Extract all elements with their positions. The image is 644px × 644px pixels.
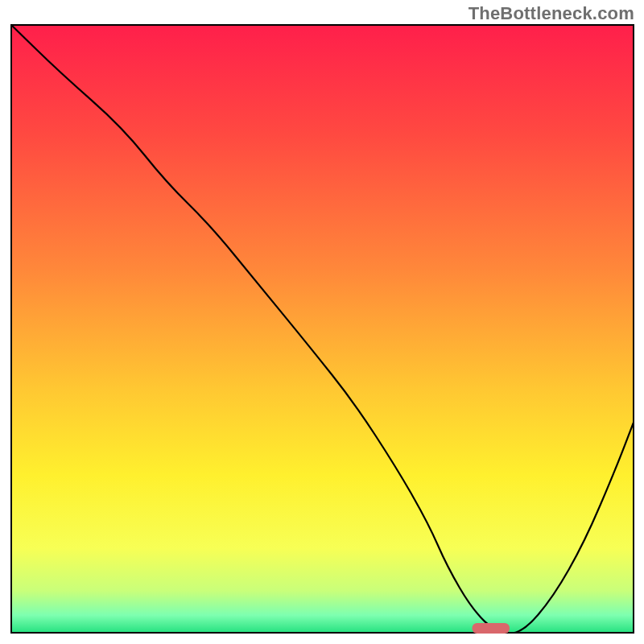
chart-svg [10,24,634,634]
watermark-text: TheBottleneck.com [469,3,634,24]
chart-background [10,24,634,634]
chart-container: TheBottleneck.com [0,0,644,644]
optimal-marker [473,623,510,634]
plot-area [10,24,634,634]
